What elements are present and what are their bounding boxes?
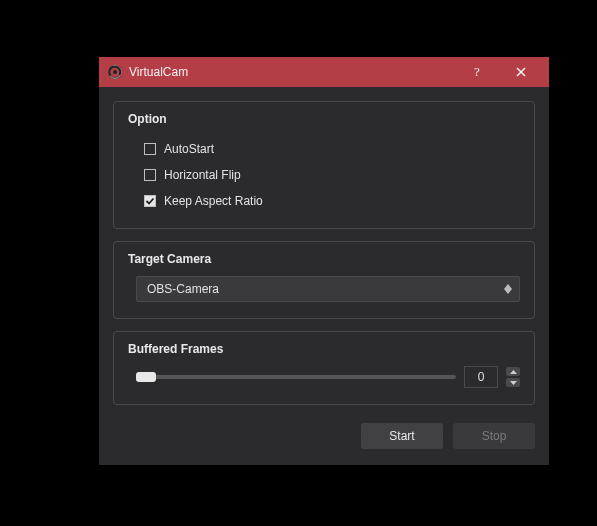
stop-button: Stop [453,423,535,449]
spinner-down-button[interactable] [506,378,520,387]
virtualcam-window: VirtualCam ? Option AutoStart [98,56,550,466]
buffered-frames-spinner [506,366,520,388]
help-button[interactable]: ? [455,57,499,87]
keep-aspect-label: Keep Aspect Ratio [164,194,263,208]
window-title: VirtualCam [129,65,188,79]
buffered-frames-value[interactable]: 0 [464,366,498,388]
footer: Start Stop [113,417,535,449]
option-group: Option AutoStart Horizontal Flip Keep As… [113,101,535,229]
client-area: Option AutoStart Horizontal Flip Keep As… [99,87,549,465]
buffered-frames-slider[interactable] [136,368,456,386]
hflip-row: Horizontal Flip [128,162,520,188]
slider-track [136,375,456,379]
svg-point-2 [113,70,117,74]
spinner-up-button[interactable] [506,367,520,376]
autostart-label: AutoStart [164,142,214,156]
target-camera-select[interactable]: OBS-Camera [136,276,520,302]
select-updown-icon [499,279,517,299]
svg-marker-9 [510,381,517,385]
titlebar: VirtualCam ? [99,57,549,87]
autostart-checkbox[interactable] [144,143,156,155]
target-camera-group: Target Camera OBS-Camera [113,241,535,319]
keep-aspect-checkbox[interactable] [144,195,156,207]
svg-marker-8 [510,370,517,374]
keep-aspect-row: Keep Aspect Ratio [128,188,520,214]
buffered-frames-group: Buffered Frames 0 [113,331,535,405]
slider-thumb[interactable] [136,372,156,382]
svg-marker-7 [504,289,512,294]
hflip-label: Horizontal Flip [164,168,241,182]
buffered-frames-title: Buffered Frames [128,342,520,356]
obs-icon [107,64,123,80]
svg-text:?: ? [474,65,480,79]
target-camera-title: Target Camera [128,252,520,266]
target-camera-value: OBS-Camera [147,282,219,296]
autostart-row: AutoStart [128,136,520,162]
hflip-checkbox[interactable] [144,169,156,181]
option-group-title: Option [128,112,520,126]
start-button[interactable]: Start [361,423,443,449]
close-button[interactable] [499,57,543,87]
